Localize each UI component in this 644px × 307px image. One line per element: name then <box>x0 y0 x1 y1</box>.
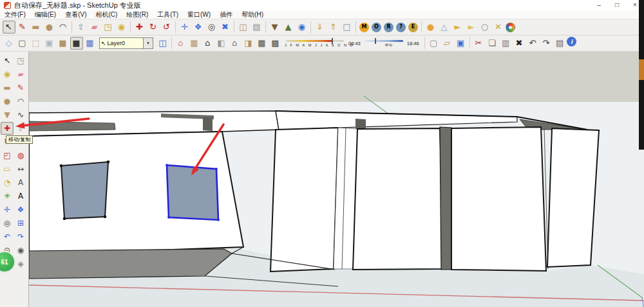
select-tool-icon[interactable]: ↖ <box>3 21 15 34</box>
component-box-icon[interactable]: □ <box>341 21 354 34</box>
side-next-icon[interactable]: ↷ <box>14 230 27 243</box>
side-make-component-icon[interactable]: ◳ <box>14 54 27 67</box>
side-text-icon[interactable]: A <box>14 176 27 189</box>
view-left-icon[interactable]: ◨ <box>242 37 255 50</box>
model-viewport[interactable] <box>29 52 644 307</box>
side-freehand-icon[interactable]: ∿ <box>14 108 27 121</box>
wall-panel-d[interactable] <box>547 128 599 267</box>
rotate-tool-icon[interactable]: ↻ <box>147 21 160 34</box>
toggle-terrain-icon[interactable]: ▲ <box>282 21 295 34</box>
side-section-icon[interactable]: ◈ <box>14 257 27 270</box>
side-pushpull-icon[interactable]: ⇧ <box>14 122 27 135</box>
cone-tool-icon[interactable]: △ <box>438 21 451 34</box>
style-shaded-icon[interactable]: ▣ <box>43 37 56 50</box>
copy-icon[interactable]: ❏ <box>486 37 498 50</box>
arc-tool-icon[interactable]: ◠ <box>57 21 70 34</box>
side-dimension-icon[interactable]: ↔ <box>14 163 27 175</box>
plugin-r-icon[interactable]: R <box>384 23 393 32</box>
menu-help[interactable]: 帮助(H) <box>237 10 268 19</box>
view-top-icon[interactable]: ▦ <box>188 37 201 50</box>
side-scale-icon[interactable]: ◰ <box>1 149 14 162</box>
menu-file[interactable]: 文件(F) <box>0 10 30 19</box>
style-xray-icon[interactable]: ◇ <box>3 37 15 50</box>
side-line-icon[interactable]: ✎ <box>14 81 27 94</box>
side-zoom-window-icon[interactable]: ⊞ <box>14 217 27 230</box>
model-info-icon[interactable]: i <box>567 37 576 46</box>
arrow-tool-a-icon[interactable]: ► <box>451 21 464 34</box>
shadow-time-slider[interactable]: 中午 <box>363 37 404 49</box>
share-model-icon[interactable]: ⇑ <box>327 21 340 34</box>
side-arc-icon[interactable]: ◠ <box>14 95 27 108</box>
color-wheel-icon[interactable] <box>506 23 515 32</box>
window-left[interactable] <box>60 161 110 221</box>
wall-panel-a[interactable] <box>270 128 338 272</box>
new-file-icon[interactable]: ▢ <box>427 37 440 50</box>
line-tool-icon[interactable]: ✎ <box>16 21 29 34</box>
roof-post-1[interactable] <box>203 117 213 131</box>
save-file-icon[interactable]: ▣ <box>454 37 467 50</box>
wall-panel-c[interactable] <box>451 127 546 271</box>
side-move-icon[interactable]: ✚ <box>1 122 14 135</box>
section-plane-icon[interactable]: ◫ <box>237 21 250 34</box>
layer-dropdown-arrow[interactable]: ▾ <box>143 38 153 48</box>
side-circle-icon[interactable]: ● <box>1 95 14 108</box>
view-front-icon[interactable]: ⌂ <box>202 37 214 50</box>
style-wireframe-icon[interactable]: ▢ <box>16 37 29 50</box>
plugin-e-icon[interactable]: E <box>408 23 418 32</box>
side-protractor-icon[interactable]: ◔ <box>1 176 14 189</box>
google-earth-icon[interactable]: ◉ <box>296 21 308 34</box>
menu-view[interactable]: 查看(V) <box>61 10 91 19</box>
followme-tool-icon[interactable]: ↺ <box>160 21 173 34</box>
menu-edit[interactable]: 编辑(E) <box>30 10 61 19</box>
shadow-dialog-icon[interactable]: ▦ <box>256 37 269 50</box>
view-right-icon[interactable]: ◧ <box>215 37 228 50</box>
view-iso-icon[interactable]: ⌂ <box>175 37 187 50</box>
print-icon[interactable]: ▤ <box>553 37 566 50</box>
side-orbit-icon[interactable]: ✛ <box>1 203 14 216</box>
plugin-m-icon[interactable]: M <box>359 23 369 32</box>
window-selected[interactable] <box>166 164 220 221</box>
open-file-icon[interactable]: ▱ <box>440 37 453 50</box>
delete-icon[interactable]: ✖ <box>513 37 526 50</box>
paste-icon[interactable]: ▥ <box>499 37 512 50</box>
toggle-shadows-icon[interactable]: ▩ <box>269 37 282 50</box>
pushpull-tool-icon[interactable]: ⇧ <box>75 21 88 34</box>
redo-icon[interactable]: ↷ <box>540 37 553 50</box>
menu-window[interactable]: 窗口(W) <box>183 10 215 19</box>
minimize-button[interactable]: – <box>590 0 608 10</box>
shadow-date-slider[interactable]: J F M A M J J A S O N D <box>285 37 345 49</box>
circle-tool-icon[interactable]: ● <box>43 21 56 34</box>
dark-pilaster[interactable] <box>440 127 451 270</box>
zoom-tool-icon[interactable]: ◎ <box>205 21 218 34</box>
eraser-tool-icon[interactable]: ▰ <box>88 21 101 34</box>
rectangle-tool-icon[interactable]: ▬ <box>30 21 43 34</box>
layer-manager-icon[interactable]: ◫ <box>156 37 169 50</box>
menu-tools[interactable]: 工具(T) <box>153 10 183 19</box>
menu-plugins[interactable]: 插件 <box>215 10 237 19</box>
get-models-icon[interactable]: ⇓ <box>314 21 327 34</box>
dark-ground-terrace[interactable] <box>29 249 232 279</box>
side-tape-measure-icon[interactable]: ▭ <box>1 163 14 175</box>
menu-camera[interactable]: 相机(C) <box>91 10 122 19</box>
orbit-tool-icon[interactable]: ✛ <box>178 21 191 34</box>
side-offset-icon[interactable]: ◍ <box>14 149 27 162</box>
side-axes-icon[interactable]: ✳ <box>1 190 14 203</box>
move-tool-icon[interactable]: ✚ <box>133 21 146 34</box>
side-look-around-icon[interactable]: ◉ <box>14 244 27 257</box>
scene-canvas[interactable] <box>29 52 644 307</box>
layer-combobox[interactable]: ↖ Layer0 ▾ <box>99 37 153 49</box>
cut-icon[interactable]: ✂ <box>472 37 485 50</box>
style-monochrome-icon[interactable]: ■ <box>70 37 83 50</box>
ring-tool-icon[interactable]: ○ <box>478 21 491 34</box>
section-display-icon[interactable]: ▤ <box>251 21 263 34</box>
paint-bucket-icon[interactable]: ◉ <box>115 21 128 34</box>
side-eraser-icon[interactable]: ▰ <box>14 68 27 81</box>
roof-dark-wedge-left[interactable] <box>29 121 115 131</box>
pan-tool-icon[interactable]: ❖ <box>192 21 205 34</box>
style-backedges-icon[interactable]: ▦ <box>84 37 97 50</box>
side-paint-bucket-icon[interactable]: ◉ <box>1 68 14 81</box>
sphere-tool-icon[interactable]: ● <box>424 21 437 34</box>
make-component-icon[interactable]: ◳ <box>102 21 115 34</box>
time-slider-marker[interactable] <box>375 38 376 44</box>
arrow-tool-b-icon[interactable]: ► <box>465 21 478 34</box>
